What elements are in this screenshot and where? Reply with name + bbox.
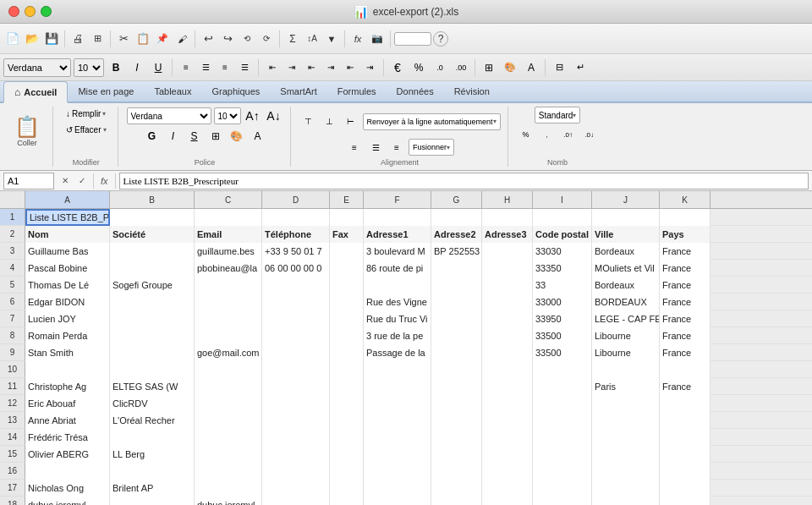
align-justify-icon[interactable]: ☰: [235, 58, 254, 77]
row-num-14[interactable]: 14: [0, 429, 25, 446]
format-painter-button[interactable]: 🖌: [173, 30, 191, 48]
cell-r7-c1[interactable]: [110, 310, 195, 327]
zoom-input[interactable]: 100%: [394, 32, 431, 46]
col-header-A[interactable]: A: [25, 191, 110, 208]
cell-r17-c4[interactable]: [330, 480, 364, 497]
indent-icon4[interactable]: ⇥: [321, 58, 340, 77]
autosum-button[interactable]: Σ: [283, 30, 302, 48]
cell-r13-c0[interactable]: Anne Abriat: [25, 412, 110, 429]
cell-r6-c1[interactable]: [110, 294, 195, 310]
cell-r14-c10[interactable]: [660, 429, 710, 446]
cell-r12-c7[interactable]: [482, 395, 533, 412]
cell-r2-c10[interactable]: Pays: [660, 226, 710, 243]
col-header-B[interactable]: B: [110, 191, 195, 208]
col-header-J[interactable]: J: [592, 191, 660, 208]
cell-r15-c9[interactable]: [592, 446, 660, 463]
cell-r11-c3[interactable]: [262, 378, 330, 395]
ribbon-align-center[interactable]: ☰: [366, 138, 385, 156]
fill-color-btn[interactable]: 🎨: [501, 58, 519, 77]
cell-r8-c1[interactable]: [110, 327, 195, 344]
cell-r3-c1[interactable]: [110, 243, 195, 260]
cell-r12-c10[interactable]: [660, 395, 710, 412]
cell-r7-c7[interactable]: [482, 310, 533, 327]
cell-r1-c8[interactable]: [533, 209, 592, 226]
cell-r1-c2[interactable]: [195, 209, 262, 226]
ribbon-fill-button[interactable]: 🎨: [228, 127, 246, 145]
cell-r2-c9[interactable]: Ville: [592, 226, 660, 243]
filter-button[interactable]: ▼: [322, 30, 341, 48]
minimize-button[interactable]: [25, 6, 36, 17]
cell-r3-c9[interactable]: Bordeaux: [592, 243, 660, 260]
formula-cancel-icon[interactable]: ✕: [58, 173, 73, 189]
cell-r17-c0[interactable]: Nicholas Ong: [25, 480, 110, 497]
underline-button[interactable]: U: [149, 58, 167, 77]
cell-r5-c4[interactable]: [330, 277, 364, 294]
row-num-2[interactable]: 2: [0, 226, 25, 243]
coller-button[interactable]: 📋 Coller: [8, 113, 46, 151]
cell-r4-c2[interactable]: pbobineau@la: [195, 260, 262, 277]
merge-btn[interactable]: ⊟: [550, 58, 568, 77]
cell-r4-c10[interactable]: France: [660, 260, 710, 277]
undo-arrow-button[interactable]: ⟲: [238, 30, 256, 48]
cell-r1-c5[interactable]: [364, 209, 431, 226]
cell-r18-c5[interactable]: [364, 497, 431, 505]
col-header-K[interactable]: K: [660, 191, 710, 208]
redo-button[interactable]: ↪: [218, 30, 237, 48]
cell-r7-c10[interactable]: France: [660, 310, 710, 327]
cell-r9-c7[interactable]: [482, 344, 533, 361]
ribbon-border-button[interactable]: ⊞: [206, 127, 225, 145]
borders-btn[interactable]: ⊞: [480, 58, 498, 77]
cell-r1-c4[interactable]: [330, 209, 364, 226]
row-num-17[interactable]: 17: [0, 480, 25, 497]
cell-r7-c3[interactable]: [262, 310, 330, 327]
cell-r5-c5[interactable]: [364, 277, 431, 294]
cell-r13-c1[interactable]: L'Oréal Recher: [110, 412, 195, 429]
cell-r17-c3[interactable]: [262, 480, 330, 497]
cell-r2-c6[interactable]: Adresse2: [431, 226, 482, 243]
cell-r18-c1[interactable]: [110, 497, 195, 505]
col-header-I[interactable]: I: [533, 191, 592, 208]
align-left-icon[interactable]: ≡: [177, 58, 195, 77]
col-header-D[interactable]: D: [262, 191, 330, 208]
cell-r6-c5[interactable]: Rue des Vigne: [364, 294, 431, 310]
wrap-btn[interactable]: ↵: [571, 58, 590, 77]
cell-r8-c4[interactable]: [330, 327, 364, 344]
row-num-5[interactable]: 5: [0, 277, 25, 294]
cell-r3-c7[interactable]: [482, 243, 533, 260]
cell-r4-c1[interactable]: [110, 260, 195, 277]
redo-arrow-button[interactable]: ⟳: [257, 30, 276, 48]
tab-donnees[interactable]: Données: [387, 81, 444, 102]
cell-r1-c7[interactable]: [482, 209, 533, 226]
cell-r13-c10[interactable]: [660, 412, 710, 429]
tab-accueil[interactable]: ⌂ Accueil: [3, 81, 68, 103]
new-button[interactable]: 📄: [3, 30, 22, 48]
cell-r1-c9[interactable]: [592, 209, 660, 226]
cell-r8-c10[interactable]: France: [660, 327, 710, 344]
row-num-7[interactable]: 7: [0, 310, 25, 327]
cell-r10-c2[interactable]: [195, 361, 262, 378]
cell-r13-c3[interactable]: [262, 412, 330, 429]
paste-button[interactable]: 📌: [153, 30, 172, 48]
cell-r5-c3[interactable]: [262, 277, 330, 294]
cell-r17-c5[interactable]: [364, 480, 431, 497]
cell-r18-c3[interactable]: [262, 497, 330, 505]
cell-r15-c7[interactable]: [482, 446, 533, 463]
cell-r2-c2[interactable]: Email: [195, 226, 262, 243]
cell-r3-c8[interactable]: 33030: [533, 243, 592, 260]
cell-r13-c5[interactable]: [364, 412, 431, 429]
col-header-C[interactable]: C: [195, 191, 262, 208]
cell-r1-c6[interactable]: [431, 209, 482, 226]
cell-r10-c0[interactable]: [25, 361, 110, 378]
cell-r2-c1[interactable]: Société: [110, 226, 195, 243]
camera-button[interactable]: 📷: [368, 30, 387, 48]
cell-r13-c9[interactable]: [592, 412, 660, 429]
cell-r11-c8[interactable]: [533, 378, 592, 395]
cell-r1-c0[interactable]: Liste LISTE B2B_Prescripteur: [25, 209, 110, 226]
cell-r15-c2[interactable]: [195, 446, 262, 463]
ribbon-align-bottom[interactable]: ⊢: [342, 113, 360, 131]
ribbon-font-grow[interactable]: A↑: [244, 107, 262, 125]
cell-r18-c7[interactable]: [482, 497, 533, 505]
cell-r7-c4[interactable]: [330, 310, 364, 327]
cell-r3-c6[interactable]: BP 252553: [431, 243, 482, 260]
cell-r12-c3[interactable]: [262, 395, 330, 412]
